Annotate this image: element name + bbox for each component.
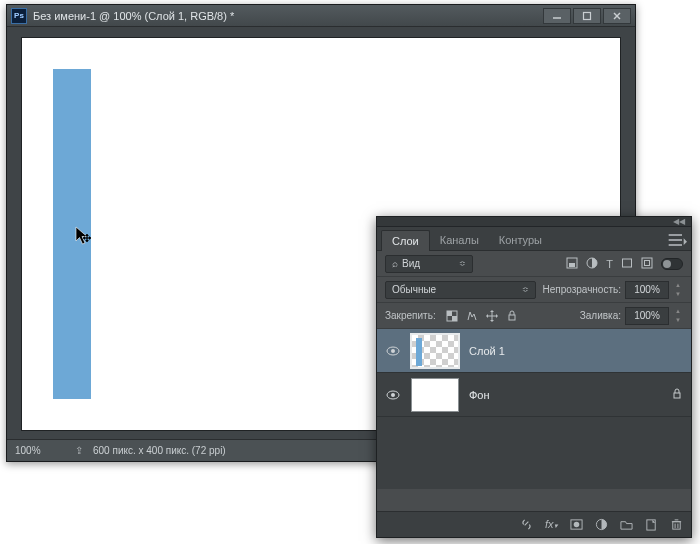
filter-pixel-icon[interactable] (566, 257, 578, 271)
filter-kind-label: Вид (402, 258, 420, 269)
group-icon[interactable] (620, 518, 633, 531)
document-titlebar[interactable]: Ps Без имени-1 @ 100% (Слой 1, RGB/8) * (7, 5, 635, 27)
blend-mode-dropdown[interactable]: Обычные ≎ (385, 281, 536, 299)
filter-smart-icon[interactable] (641, 257, 653, 271)
app-icon: Ps (11, 8, 27, 24)
zoom-level[interactable]: 100% (15, 445, 65, 456)
fill-value[interactable]: 100% (625, 307, 669, 325)
maximize-button[interactable] (573, 8, 601, 24)
collapse-left-icon[interactable]: ◀◀ (673, 218, 685, 226)
move-cursor-icon (76, 227, 100, 251)
tab-layers[interactable]: Слои (381, 230, 430, 251)
layer-name[interactable]: Слой 1 (469, 345, 683, 357)
new-layer-icon[interactable] (645, 518, 658, 531)
adjustment-icon[interactable] (595, 518, 608, 531)
svg-point-37 (574, 522, 580, 528)
link-icon[interactable] (520, 518, 533, 531)
panel-footer: fx▾ (377, 511, 691, 537)
document-title: Без имени-1 @ 100% (Слой 1, RGB/8) * (33, 10, 543, 22)
svg-marker-7 (89, 236, 91, 240)
svg-rect-40 (673, 522, 680, 529)
panel-grip[interactable]: ◀◀ (377, 217, 691, 227)
lock-icons (446, 310, 518, 322)
fx-icon[interactable]: fx▾ (545, 518, 558, 531)
lock-transparent-icon[interactable] (446, 310, 458, 322)
layers-panel: ◀◀ Слои Каналы Контуры ⌕ Вид ≎ T Обычные… (376, 216, 692, 538)
filter-toggle[interactable] (661, 258, 683, 270)
svg-point-34 (391, 393, 395, 397)
layer-thumbnail[interactable] (411, 378, 459, 412)
svg-marker-4 (76, 227, 87, 244)
svg-rect-23 (452, 316, 457, 321)
svg-rect-1 (584, 12, 591, 19)
filter-shape-icon[interactable] (621, 257, 633, 271)
panel-menu-icon[interactable] (667, 230, 687, 250)
svg-rect-16 (569, 263, 575, 267)
lock-fill-row: Закрепить: Заливка: 100% ▲▼ (377, 303, 691, 329)
trash-icon[interactable] (670, 518, 683, 531)
filter-row: ⌕ Вид ≎ T (377, 251, 691, 277)
mask-icon[interactable] (570, 518, 583, 531)
layer-name[interactable]: Фон (469, 389, 661, 401)
svg-rect-22 (447, 311, 452, 316)
layers-list: Слой 1 Фон (377, 329, 691, 489)
lock-icon[interactable] (671, 388, 683, 402)
svg-rect-18 (623, 259, 632, 267)
blend-mode-value: Обычные (392, 284, 436, 295)
minimize-button[interactable] (543, 8, 571, 24)
visibility-toggle[interactable] (385, 343, 401, 359)
svg-marker-14 (684, 238, 687, 245)
filter-kind-dropdown[interactable]: ⌕ Вид ≎ (385, 255, 473, 273)
filter-type-icons: T (566, 257, 683, 271)
export-icon[interactable]: ⇪ (75, 445, 83, 456)
layer-row[interactable]: Слой 1 (377, 329, 691, 373)
svg-rect-19 (642, 258, 652, 268)
fill-stepper[interactable]: ▲▼ (673, 307, 683, 325)
lock-position-icon[interactable] (486, 310, 498, 322)
opacity-label: Непрозрачность: (542, 284, 621, 295)
search-icon: ⌕ (392, 258, 398, 269)
svg-point-32 (391, 349, 395, 353)
chevron-updown-icon: ≎ (459, 259, 466, 268)
svg-marker-27 (490, 320, 494, 322)
app-abbr: Ps (14, 11, 24, 20)
lock-image-icon[interactable] (466, 310, 478, 322)
blend-opacity-row: Обычные ≎ Непрозрачность: 100% ▲▼ (377, 277, 691, 303)
svg-rect-35 (674, 393, 680, 398)
lock-label: Закрепить: (385, 310, 436, 321)
svg-marker-29 (496, 314, 498, 318)
svg-marker-9 (85, 240, 89, 242)
filter-type-icon[interactable]: T (606, 258, 613, 270)
visibility-toggle[interactable] (385, 387, 401, 403)
window-controls (543, 8, 631, 24)
filter-adjustment-icon[interactable] (586, 257, 598, 271)
svg-rect-20 (645, 260, 650, 265)
opacity-value[interactable]: 100% (625, 281, 669, 299)
svg-marker-26 (490, 310, 494, 312)
fill-label: Заливка: (580, 310, 621, 321)
svg-rect-30 (509, 315, 515, 320)
chevron-updown-icon: ≎ (522, 285, 529, 294)
layer-row[interactable]: Фон (377, 373, 691, 417)
opacity-stepper[interactable]: ▲▼ (673, 281, 683, 299)
svg-marker-28 (486, 314, 488, 318)
tab-paths[interactable]: Контуры (489, 230, 552, 250)
lock-all-icon[interactable] (506, 310, 518, 322)
tab-channels[interactable]: Каналы (430, 230, 489, 250)
layer-thumbnail[interactable] (411, 334, 459, 368)
close-button[interactable] (603, 8, 631, 24)
panel-tabs: Слои Каналы Контуры (377, 227, 691, 251)
